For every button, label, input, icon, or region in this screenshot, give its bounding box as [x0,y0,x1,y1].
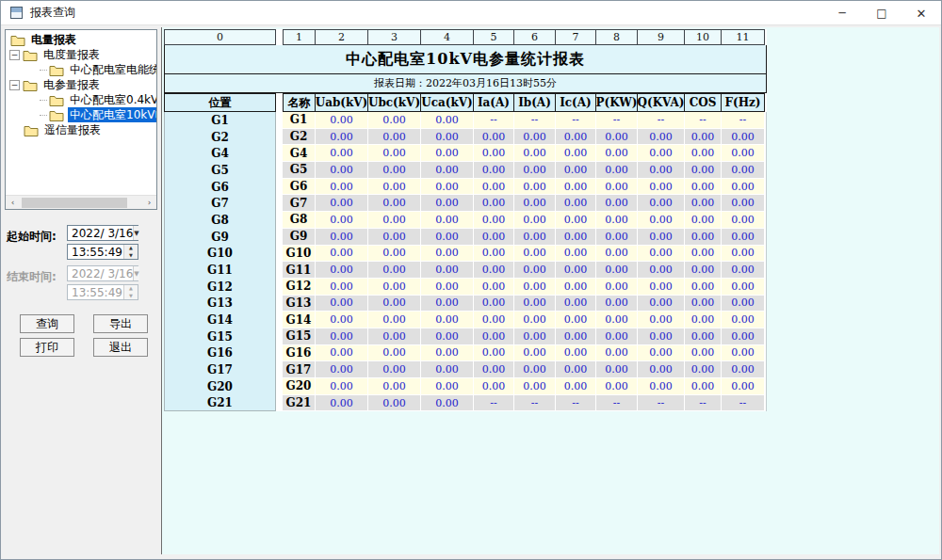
dropdown-arrow-icon[interactable]: ▼ [133,226,138,240]
value-cell: 0.00 [685,195,722,212]
value-cell: 0.00 [722,145,765,162]
folder-icon [10,34,25,46]
value-cell: 0.00 [316,378,368,395]
value-cell: 0.00 [514,279,556,296]
collapse-icon[interactable]: − [9,80,20,90]
value-cell: 0.00 [596,145,638,162]
table-row: G13G130.000.000.000.000.000.000.000.000.… [164,296,766,312]
row-position-cell: G1 [164,112,276,129]
tree-item[interactable]: − 电参量报表 [6,77,156,92]
value-cell: -- [596,112,638,129]
exit-button[interactable]: 退出 [93,338,148,357]
scroll-right-icon[interactable]: › [142,196,156,210]
value-cell: 0.00 [685,229,722,246]
value-cell: 0.00 [474,229,514,246]
scroll-left-icon[interactable]: ‹ [6,196,20,210]
value-cell: 0.00 [556,378,596,395]
column-number-cell: 11 [722,29,765,45]
column-header-cell: F(Hz) [722,93,765,112]
value-cell: 0.00 [685,129,722,146]
tree-item[interactable]: 中心配电室0.4kV电参量统计报表 [6,92,156,107]
row-name-cell: G2 [283,129,316,146]
row-name-cell: G20 [283,378,316,395]
report-viewer: 01234567891011 中心配电室10kV电参量统计报表 报表日期：202… [161,27,939,554]
table-row: G9G90.000.000.000.000.000.000.000.000.00… [164,229,766,246]
value-cell: 0.00 [596,212,638,229]
value-cell: 0.00 [596,345,638,362]
report-tree: 电量报表 − 电度量报表 中心配电室电能统计报表 − 电参量报表 [5,29,157,210]
query-button[interactable]: 查询 [20,314,74,333]
value-cell: 0.00 [685,262,722,279]
value-cell: 0.00 [316,279,368,296]
minimize-button[interactable]: ─ [822,1,862,25]
app-icon [10,7,23,19]
value-cell: 0.00 [514,345,556,362]
print-button[interactable]: 打印 [20,338,74,357]
value-cell: 0.00 [421,296,474,312]
value-cell: 0.00 [368,279,421,296]
folder-icon [49,109,64,121]
value-cell: 0.00 [474,312,514,328]
value-cell: 0.00 [316,312,368,328]
row-position-cell: G2 [164,129,276,146]
maximize-button[interactable]: □ [862,1,901,25]
tree-item[interactable]: − 电度量报表 [6,47,156,62]
value-cell: 0.00 [685,328,722,345]
tree-item-root[interactable]: 电量报表 [6,32,156,47]
row-name-cell: G14 [283,312,316,328]
value-cell: 0.00 [638,279,685,296]
value-cell: 0.00 [556,328,596,345]
column-number-cell: 0 [164,29,276,45]
value-cell: 0.00 [421,262,474,279]
column-number-cell: 3 [368,29,421,45]
window-title: 报表查询 [30,5,75,21]
start-time-spinner[interactable]: 13:55:49 ▲▼ [67,244,138,260]
value-cell: 0.00 [368,162,421,179]
close-button[interactable]: ✕ [901,1,941,25]
value-cell: 0.00 [638,195,685,212]
scrollbar-thumb[interactable] [22,198,127,208]
value-cell: 0.00 [596,361,638,378]
value-cell: 0.00 [421,378,474,395]
value-cell: 0.00 [421,279,474,296]
value-cell: 0.00 [368,129,421,146]
value-cell: 0.00 [421,195,474,212]
value-cell: 0.00 [556,279,596,296]
value-cell: 0.00 [514,312,556,328]
tree-item[interactable]: 遥信量报表 [6,122,156,137]
value-cell: 0.00 [638,378,685,395]
value-cell: 0.00 [722,195,765,212]
value-cell: 0.00 [421,112,474,129]
spin-down-icon[interactable]: ▼ [124,252,138,260]
value-cell: 0.00 [421,129,474,146]
spin-down-icon: ▼ [124,293,138,300]
value-cell: 0.00 [474,212,514,229]
table-row: G6G60.000.000.000.000.000.000.000.000.00… [164,179,766,196]
value-cell: 0.00 [638,296,685,312]
spin-up-icon[interactable]: ▲ [124,245,138,252]
value-cell: 0.00 [685,145,722,162]
value-cell: 0.00 [596,262,638,279]
export-button[interactable]: 导出 [93,314,148,333]
value-cell: 0.00 [474,246,514,263]
tree-item[interactable]: 中心配电室电能统计报表 [6,62,156,77]
column-number-cell: 7 [556,29,596,45]
value-cell: 0.00 [421,361,474,378]
collapse-icon[interactable]: − [9,50,20,60]
start-date-picker[interactable]: 2022/ 3/16 ▼ [67,225,138,241]
tree-horizontal-scrollbar[interactable]: ‹ › [6,195,156,209]
table-row: G7G70.000.000.000.000.000.000.000.000.00… [164,195,766,212]
table-row: G17G170.000.000.000.000.000.000.000.000.… [164,361,766,378]
folder-icon [49,64,64,76]
value-cell: 0.00 [316,246,368,263]
app-window: 报表查询 ─ □ ✕ 电量报表 − 电度量报表 [0,0,942,560]
column-header-cell: Q(KVA) [638,93,685,112]
value-cell: 0.00 [596,246,638,263]
table-row: G12G120.000.000.000.000.000.000.000.000.… [164,279,766,296]
tree-item-selected[interactable]: 中心配电室10kV电参量统计报表 [6,107,156,122]
value-cell: 0.00 [474,129,514,146]
start-time-label: 起始时间: [7,229,57,245]
value-cell: 0.00 [514,378,556,395]
value-cell: 0.00 [421,229,474,246]
header-row: 位置名称Uab(kV)Ubc(kV)Uca(kV)Ia(A)Ib(A)Ic(A)… [164,93,767,112]
